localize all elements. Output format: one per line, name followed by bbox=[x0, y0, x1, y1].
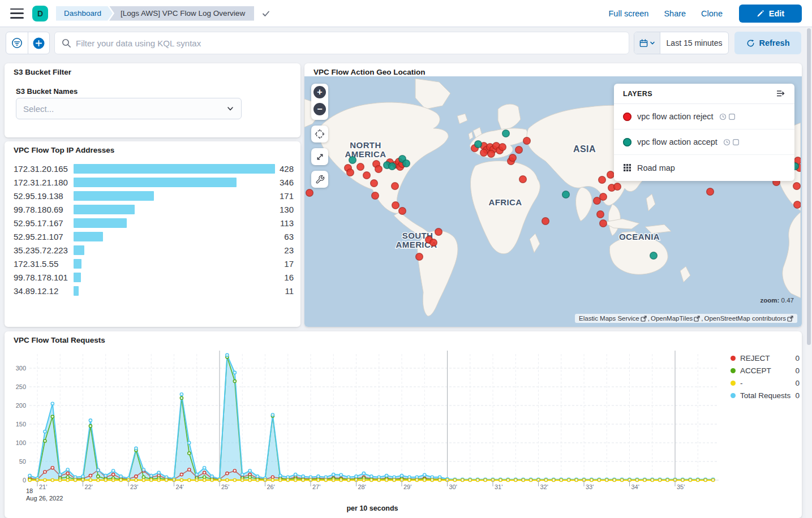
map-dot-accept[interactable] bbox=[475, 141, 482, 148]
world-map[interactable]: NORTHAMERICASOUTHAMERICAAFRICAASIAOCEANI… bbox=[304, 76, 802, 327]
clone-button[interactable]: Clone bbox=[701, 9, 723, 18]
map-dot-reject[interactable] bbox=[399, 208, 406, 215]
map-dot-accept[interactable] bbox=[502, 130, 510, 137]
map-dot-reject[interactable] bbox=[523, 137, 531, 145]
ip-bar[interactable] bbox=[74, 245, 84, 255]
map-dot-reject[interactable] bbox=[392, 202, 399, 209]
refresh-icon bbox=[746, 39, 755, 48]
wrench-icon[interactable] bbox=[311, 171, 328, 188]
ip-bar[interactable] bbox=[74, 205, 135, 214]
map-dot-reject[interactable] bbox=[392, 183, 399, 190]
map-dot-reject[interactable] bbox=[306, 189, 313, 197]
menu-button[interactable] bbox=[10, 8, 24, 19]
breadcrumb-dashboard[interactable]: Dashboard bbox=[56, 6, 113, 21]
map-dot-accept[interactable] bbox=[349, 157, 356, 164]
map-zoom-out-button[interactable]: − bbox=[311, 101, 328, 118]
legend-item-reject[interactable]: REJECT0 bbox=[731, 352, 800, 364]
map-dot-reject[interactable] bbox=[600, 220, 607, 227]
scrollbar-thumb[interactable] bbox=[807, 28, 811, 345]
share-button[interactable]: Share bbox=[664, 9, 686, 18]
map-dot-reject[interactable] bbox=[519, 176, 527, 183]
map-dot-accept[interactable] bbox=[403, 160, 410, 167]
map-dot-reject[interactable] bbox=[509, 154, 517, 162]
ip-bar[interactable] bbox=[74, 164, 275, 174]
add-filter-button[interactable] bbox=[28, 32, 50, 54]
map-dot-reject[interactable] bbox=[430, 239, 437, 247]
attribution-link[interactable]: OpenStreetMap contributors bbox=[704, 315, 786, 322]
layer-item-reject[interactable]: vpc flow action reject bbox=[614, 104, 794, 130]
ip-bar[interactable] bbox=[74, 273, 81, 282]
full-screen-button[interactable]: Full screen bbox=[608, 9, 648, 18]
map-dot-reject[interactable] bbox=[372, 192, 379, 200]
ip-bar[interactable] bbox=[74, 286, 79, 296]
ip-row[interactable]: 35.235.72.22323 bbox=[14, 243, 294, 257]
layer-item-road-map[interactable]: Road map bbox=[614, 155, 794, 180]
series-marker bbox=[704, 478, 707, 481]
series-marker bbox=[51, 467, 54, 469]
expand-icon[interactable] bbox=[311, 148, 328, 165]
series-marker bbox=[506, 478, 509, 481]
calendar-menu-button[interactable] bbox=[634, 32, 660, 54]
ip-row[interactable]: 52.95.19.138171 bbox=[14, 189, 294, 202]
ip-row[interactable]: 34.89.12.1211 bbox=[14, 284, 294, 297]
ip-row[interactable]: 172.31.20.165428 bbox=[14, 162, 294, 175]
map-dot-reject[interactable] bbox=[435, 228, 442, 236]
scrollbar[interactable] bbox=[806, 27, 812, 518]
map-dot-reject[interactable] bbox=[416, 253, 423, 261]
map-dot-reject[interactable] bbox=[600, 193, 607, 201]
map-dot-reject[interactable] bbox=[363, 172, 371, 179]
map-zoom-in-button[interactable]: + bbox=[311, 84, 328, 101]
time-picker: Last 15 minutes bbox=[634, 32, 729, 54]
kql-search-input[interactable] bbox=[76, 38, 622, 48]
ip-bar[interactable] bbox=[74, 232, 103, 241]
legend-item-dash[interactable]: -0 bbox=[731, 377, 800, 389]
map-dot-reject[interactable] bbox=[371, 180, 378, 187]
map-dot-reject[interactable] bbox=[607, 171, 615, 179]
map-dot-accept[interactable] bbox=[650, 252, 658, 260]
map-dot-reject[interactable] bbox=[480, 149, 488, 157]
map-dot-reject[interactable] bbox=[542, 218, 549, 225]
map-dot-accept[interactable] bbox=[562, 191, 570, 198]
edit-button[interactable]: Edit bbox=[739, 5, 802, 23]
map-dot-reject[interactable] bbox=[599, 176, 606, 184]
time-range-value[interactable]: Last 15 minutes bbox=[660, 32, 728, 54]
legend-item-accept[interactable]: ACCEPT0 bbox=[731, 364, 800, 377]
map-dot-reject[interactable] bbox=[794, 201, 801, 209]
saved-queries-button[interactable] bbox=[6, 32, 28, 54]
ip-row[interactable]: 99.78.180.69130 bbox=[14, 202, 294, 216]
layer-item-accept[interactable]: vpc flow action accept bbox=[614, 130, 794, 155]
ip-bar[interactable] bbox=[74, 218, 127, 228]
ip-bar[interactable] bbox=[74, 178, 237, 187]
map-dot-reject[interactable] bbox=[614, 183, 621, 191]
map-dot-reject[interactable] bbox=[499, 144, 506, 151]
ip-row[interactable]: 52.95.21.10763 bbox=[14, 230, 294, 243]
ip-count: 11 bbox=[275, 286, 294, 296]
attribution-link[interactable]: OpenMapTiles bbox=[651, 315, 693, 322]
map-dot-accept[interactable] bbox=[389, 163, 396, 170]
reject-layer-dot bbox=[623, 113, 631, 121]
s3-bucket-select[interactable]: Select... bbox=[16, 98, 242, 119]
map-dot-reject[interactable] bbox=[357, 163, 364, 171]
series-marker bbox=[66, 476, 69, 478]
ip-row[interactable]: 172.31.5.5517 bbox=[14, 257, 294, 270]
ip-row[interactable]: 172.31.21.180346 bbox=[14, 175, 294, 189]
collapse-layers-icon[interactable] bbox=[776, 89, 785, 98]
map-dot-reject[interactable] bbox=[375, 166, 383, 173]
legend-item-total[interactable]: Total Requests0 bbox=[731, 389, 800, 402]
map-dot-reject[interactable] bbox=[488, 150, 495, 158]
refresh-button[interactable]: Refresh bbox=[734, 32, 801, 54]
series-marker bbox=[469, 478, 471, 481]
ip-bar[interactable] bbox=[74, 191, 154, 201]
breadcrumb-current[interactable]: [Logs AWS] VPC Flow Log Overview bbox=[109, 6, 254, 21]
ip-bar[interactable] bbox=[74, 259, 81, 269]
ip-row[interactable]: 52.95.17.167113 bbox=[14, 216, 294, 230]
ip-row[interactable]: 99.78.178.10116 bbox=[14, 270, 294, 284]
avatar[interactable]: D bbox=[32, 6, 48, 21]
map-dot-reject[interactable] bbox=[515, 146, 523, 154]
map-dot-reject[interactable] bbox=[347, 169, 354, 176]
set-view-icon[interactable] bbox=[311, 126, 328, 143]
map-dot-reject[interactable] bbox=[597, 211, 604, 218]
attribution-link[interactable]: Elastic Maps Service bbox=[579, 315, 639, 322]
map-dot-reject[interactable] bbox=[707, 188, 714, 196]
map-dot-reject[interactable] bbox=[793, 183, 801, 190]
